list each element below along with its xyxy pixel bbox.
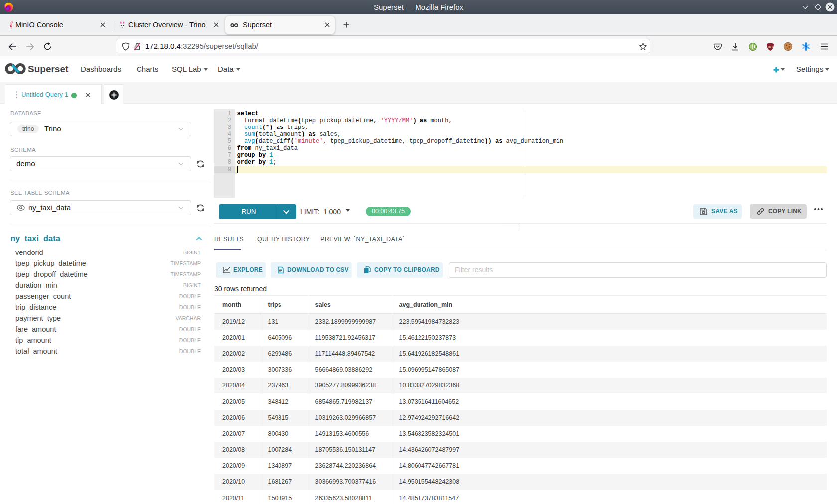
svg-text:uO: uO — [768, 45, 773, 49]
